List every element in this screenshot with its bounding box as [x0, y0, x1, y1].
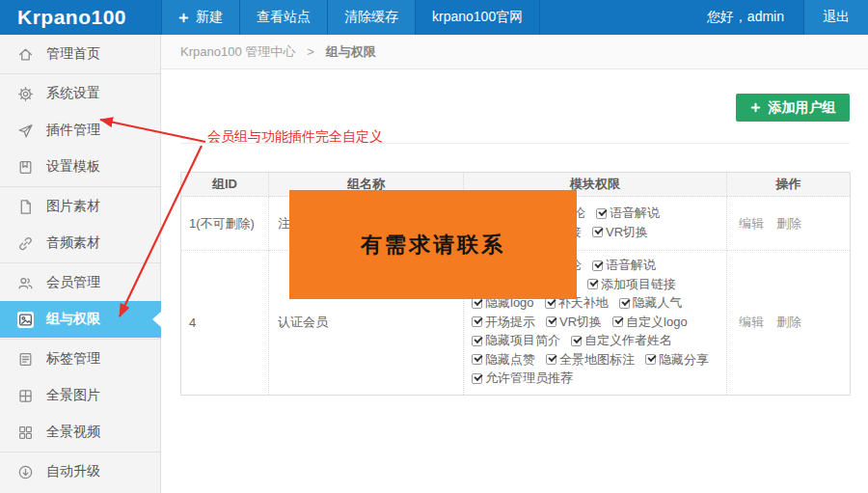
- checkbox-checked[interactable]: [472, 336, 482, 346]
- topbar-item-label: 新建: [196, 9, 223, 26]
- column-header: 组ID: [181, 173, 269, 197]
- permission-item: VR切换: [546, 314, 602, 331]
- checkbox-checked[interactable]: [571, 336, 582, 346]
- checkbox-checked[interactable]: [546, 354, 556, 365]
- permission-item: 允许管理员推荐: [472, 370, 573, 387]
- permission-line: 开场提示VR切换自定义logo: [464, 314, 726, 333]
- sidebar-item-groups-permissions[interactable]: 组与权限: [0, 301, 161, 338]
- sidebar-item-label: 图片素材: [46, 198, 100, 215]
- permission-label: 开场提示: [485, 314, 535, 331]
- sidebar-group: 图片素材音频素材: [0, 187, 160, 263]
- permission-item: VR切换: [592, 224, 648, 241]
- checkbox-checked[interactable]: [546, 316, 556, 327]
- column-header: 操作: [727, 173, 851, 197]
- topbar-item-clear-cache[interactable]: 清除缓存: [328, 0, 416, 35]
- permission-item: 隐藏点赞: [472, 351, 535, 369]
- breadcrumb-current: 组与权限: [326, 43, 376, 61]
- sidebar-item-template-settings[interactable]: 设置模板: [0, 149, 160, 185]
- breadcrumb-root[interactable]: Krpano100 管理中心: [180, 43, 295, 61]
- permission-label: 隐藏点赞: [485, 351, 535, 369]
- sidebar-item-label: 系统设置: [46, 85, 100, 102]
- app-logo: Krpano100: [0, 0, 161, 35]
- delete-link[interactable]: 删除: [776, 315, 801, 329]
- topbar-item-label: krpano100官网: [432, 9, 523, 26]
- add-user-group-button[interactable]: 添加用户组: [736, 94, 850, 122]
- sidebar-item-audio-assets[interactable]: 音频素材: [0, 225, 160, 261]
- template-icon: [17, 159, 34, 176]
- group-id-cell: 4: [181, 251, 269, 396]
- sidebar-item-label: 自动升级: [46, 463, 100, 480]
- topbar-item-label: 查看站点: [257, 9, 311, 26]
- user-greeting: 您好，admin: [688, 0, 803, 35]
- permission-label: VR切换: [606, 224, 648, 241]
- permission-item: 语音解说: [592, 257, 656, 274]
- permission-label: 隐藏分享: [659, 351, 709, 369]
- sidebar-group: 系统设置插件管理设置模板: [0, 74, 160, 187]
- permission-item: 隐藏分享: [645, 351, 709, 369]
- contact-overlay: 有需求请联系: [289, 190, 577, 299]
- sidebar-item-home[interactable]: 管理首页: [0, 36, 160, 72]
- actions-cell: 编辑删除: [727, 197, 851, 251]
- checkbox-checked[interactable]: [592, 227, 603, 237]
- permission-item: 添加项目链接: [587, 276, 676, 293]
- squares-icon: [17, 425, 34, 441]
- checkbox-checked[interactable]: [645, 354, 656, 365]
- checkbox-checked[interactable]: [587, 279, 598, 289]
- checkbox-checked[interactable]: [545, 298, 556, 309]
- checkbox-checked[interactable]: [472, 373, 482, 384]
- sidebar-group: 会员管理组与权限: [0, 263, 160, 340]
- permission-line: 允许管理员推荐: [464, 370, 726, 389]
- delete-link[interactable]: 删除: [776, 216, 801, 231]
- checkbox-checked[interactable]: [596, 208, 607, 219]
- download-icon: [17, 464, 34, 480]
- permission-label: VR切换: [559, 314, 602, 331]
- top-right: 您好，admin 退出: [688, 0, 868, 35]
- sidebar-item-pano-videos[interactable]: 全景视频: [0, 414, 160, 451]
- checkbox-checked[interactable]: [472, 354, 482, 365]
- sidebar-item-system-settings[interactable]: 系统设置: [0, 75, 160, 112]
- sidebar-item-plugin-management[interactable]: 插件管理: [0, 112, 160, 149]
- add-user-group-label: 添加用户组: [769, 99, 836, 117]
- permission-line: 隐藏点赞全景地图标注隐藏分享: [464, 351, 726, 370]
- checkbox-checked[interactable]: [619, 298, 630, 309]
- plus-icon: [178, 13, 189, 23]
- sidebar-item-image-assets[interactable]: 图片素材: [0, 188, 160, 225]
- checkbox-checked[interactable]: [612, 316, 623, 327]
- checkbox-checked[interactable]: [592, 260, 603, 271]
- sidebar-item-label: 设置模板: [46, 158, 100, 176]
- gear-icon: [17, 86, 34, 102]
- topbar-item-new[interactable]: 新建: [161, 0, 240, 35]
- permission-item: 隐藏项目简介: [472, 332, 560, 349]
- link-icon: [17, 235, 34, 252]
- permission-label: 自定义作者姓名: [584, 332, 672, 349]
- topbar-item-official-site[interactable]: krpano100官网: [416, 0, 540, 35]
- sidebar-item-member-management[interactable]: 会员管理: [0, 264, 160, 301]
- sidebar-item-auto-upgrade[interactable]: 自动升级: [0, 453, 160, 490]
- sidebar-group: 自动升级: [0, 452, 160, 491]
- permission-label: 自定义logo: [626, 314, 688, 331]
- breadcrumb-separator: >: [307, 44, 314, 59]
- sidebar-item-pano-images[interactable]: 全景图片: [0, 377, 160, 414]
- grid-icon: [17, 388, 34, 404]
- edit-link[interactable]: 编辑: [739, 216, 764, 231]
- group-id-cell: 1(不可删除): [181, 197, 269, 251]
- image-icon: [17, 312, 34, 328]
- plus-icon: [750, 102, 761, 113]
- edit-link[interactable]: 编辑: [739, 315, 764, 329]
- sidebar-item-label: 组与权限: [46, 311, 100, 328]
- checkbox-checked[interactable]: [472, 316, 482, 327]
- logout-button[interactable]: 退出: [803, 0, 868, 35]
- sidebar-item-tag-management[interactable]: 标签管理: [0, 341, 160, 377]
- checkbox-checked[interactable]: [472, 298, 482, 309]
- topbar-item-label: 清除缓存: [344, 9, 398, 26]
- sidebar-group: 管理首页: [0, 35, 160, 74]
- sidebar: 管理首页系统设置插件管理设置模板图片素材音频素材会员管理组与权限标签管理全景图片…: [0, 35, 161, 493]
- top-nav: 新建查看站点清除缓存krpano100官网: [161, 0, 540, 35]
- users-icon: [17, 275, 34, 291]
- file-icon: [17, 199, 34, 215]
- topbar-item-view-site[interactable]: 查看站点: [240, 0, 328, 35]
- permission-item: 开场提示: [472, 314, 535, 331]
- breadcrumb: Krpano100 管理中心 > 组与权限: [161, 35, 868, 69]
- list-icon: [17, 351, 34, 368]
- permission-label: 全景地图标注: [559, 351, 635, 369]
